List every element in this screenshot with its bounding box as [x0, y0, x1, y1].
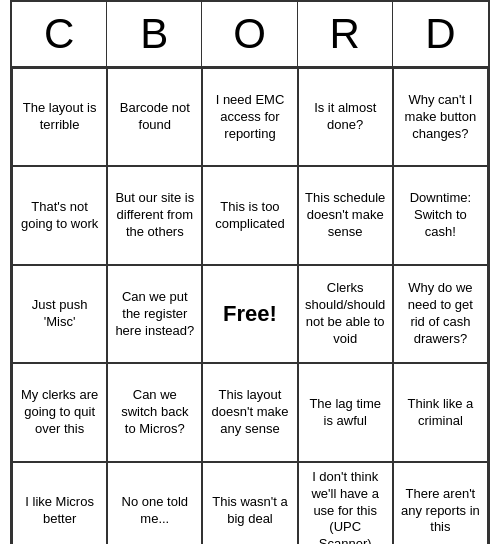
bingo-cell[interactable]: No one told me...: [107, 462, 202, 544]
bingo-cell[interactable]: I like Micros better: [12, 462, 107, 544]
bingo-cell[interactable]: Free!: [202, 265, 297, 363]
bingo-cell[interactable]: This layout doesn't make any sense: [202, 363, 297, 461]
header-letter: C: [12, 2, 107, 66]
bingo-cell[interactable]: Is it almost done?: [298, 68, 393, 166]
bingo-cell[interactable]: Just push 'Misc': [12, 265, 107, 363]
header-letter: O: [202, 2, 297, 66]
bingo-card: CBORD The layout is terribleBarcode not …: [10, 0, 490, 544]
header-letter: D: [393, 2, 488, 66]
bingo-grid: The layout is terribleBarcode not foundI…: [12, 68, 488, 544]
bingo-cell[interactable]: Downtime: Switch to cash!: [393, 166, 488, 264]
bingo-cell[interactable]: I need EMC access for reporting: [202, 68, 297, 166]
header-letter: R: [298, 2, 393, 66]
bingo-cell[interactable]: But our site is different from the other…: [107, 166, 202, 264]
bingo-cell[interactable]: This wasn't a big deal: [202, 462, 297, 544]
bingo-cell[interactable]: That's not going to work: [12, 166, 107, 264]
bingo-cell[interactable]: Barcode not found: [107, 68, 202, 166]
bingo-cell[interactable]: This schedule doesn't make sense: [298, 166, 393, 264]
bingo-cell[interactable]: Clerks should/should not be able to void: [298, 265, 393, 363]
header-letter: B: [107, 2, 202, 66]
bingo-cell[interactable]: This is too complicated: [202, 166, 297, 264]
bingo-cell[interactable]: My clerks are going to quit over this: [12, 363, 107, 461]
bingo-cell[interactable]: The lag time is awful: [298, 363, 393, 461]
bingo-cell[interactable]: Why can't I make button changes?: [393, 68, 488, 166]
bingo-cell[interactable]: There aren't any reports in this: [393, 462, 488, 544]
bingo-header: CBORD: [12, 2, 488, 68]
bingo-cell[interactable]: The layout is terrible: [12, 68, 107, 166]
bingo-cell[interactable]: Can we put the register here instead?: [107, 265, 202, 363]
bingo-cell[interactable]: Why do we need to get rid of cash drawer…: [393, 265, 488, 363]
bingo-cell[interactable]: Think like a criminal: [393, 363, 488, 461]
bingo-cell[interactable]: I don't think we'll have a use for this …: [298, 462, 393, 544]
bingo-cell[interactable]: Can we switch back to Micros?: [107, 363, 202, 461]
